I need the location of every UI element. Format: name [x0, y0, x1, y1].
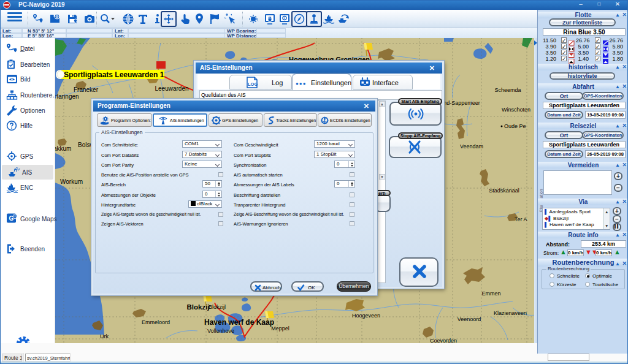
- svg-text:Emmen: Emmen: [481, 290, 500, 297]
- svg-text:Emmeloord: Emmeloord: [142, 319, 170, 325]
- svg-text:Scheemda: Scheemda: [494, 87, 521, 93]
- svg-text:Haringen: Haringen: [55, 93, 79, 100]
- svg-text:Urk: Urk: [100, 333, 109, 339]
- svg-text:LOG: LOG: [248, 82, 258, 87]
- svg-text:Stadskanaal: Stadskanaal: [489, 188, 519, 194]
- svg-text:Hoogeveen: Hoogeveen: [352, 313, 380, 319]
- svg-text:Vollenhove: Vollenhove: [207, 328, 234, 334]
- svg-text:Coevorden: Coevorden: [430, 338, 457, 343]
- svg-text:Winschoten: Winschoten: [502, 107, 530, 113]
- svg-text:Blokzij: Blokzij: [186, 303, 209, 311]
- svg-text:Blokzijl: Blokzijl: [209, 304, 226, 310]
- svg-text:akkum: akkum: [55, 145, 71, 152]
- svg-text:Haven werf de Kaap: Haven werf de Kaap: [204, 318, 274, 327]
- svg-text:Sportligplaats Leeuwarden 1: Sportligplaats Leeuwarden 1: [64, 70, 164, 79]
- svg-text:Workum: Workum: [60, 178, 83, 185]
- svg-text:Oude Pe: Oude Pe: [504, 123, 526, 129]
- svg-text:Klazienaveen: Klazienaveen: [494, 310, 527, 316]
- svg-text:Leeuwarden: Leeuwarden: [155, 85, 188, 92]
- svg-text:Veenoord: Veenoord: [458, 316, 481, 322]
- svg-text:Veendam: Veendam: [460, 143, 483, 150]
- svg-text:Ter A: Ter A: [515, 216, 527, 222]
- svg-text:Franeker: Franeker: [74, 86, 99, 93]
